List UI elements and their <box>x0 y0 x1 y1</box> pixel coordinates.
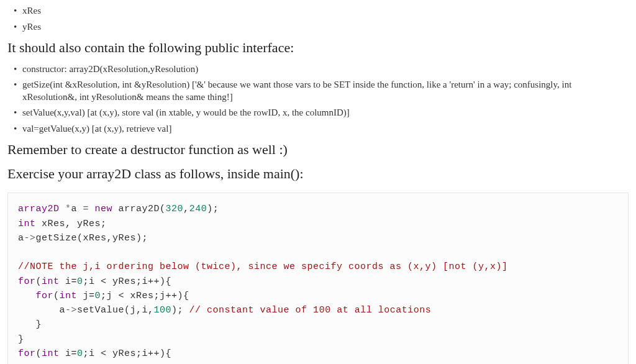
code-token: int <box>42 276 65 287</box>
list-item: getSize(int &xResolution, int &yResoluti… <box>14 79 629 103</box>
list-item: yRes <box>14 21 629 34</box>
code-token: , <box>183 204 189 214</box>
code-token: 0 <box>77 348 83 359</box>
code-token: new <box>95 204 119 214</box>
code-token: ;i < yRes;i++){ <box>83 276 172 287</box>
code-token: 320 <box>166 204 184 214</box>
code-token: setValue(j,i, <box>77 305 154 316</box>
code-token: 0 <box>95 291 101 301</box>
exercise-heading: Exercise your array2D class as follows, … <box>7 165 629 183</box>
code-token: ( <box>53 291 60 301</box>
list-item: xRes <box>14 5 629 17</box>
interface-list: constructor: array2D(xResolution,yResolu… <box>7 63 629 135</box>
code-token: ;j < xRes;j++){ <box>101 291 189 301</box>
code-token: int <box>60 291 83 301</box>
code-token: = <box>83 204 95 214</box>
code-token: ); <box>207 204 219 214</box>
code-comment: //NOTE the j,i ordering below (twice), s… <box>18 262 508 272</box>
code-token: getSize(xRes,yRes); <box>36 233 148 243</box>
code-token: ( <box>36 276 42 287</box>
list-item: val=getValue(x,y) [at (x,y), retrieve va… <box>14 123 629 135</box>
code-token: i= <box>65 348 77 359</box>
code-token: ); <box>171 305 189 316</box>
code-token: xRes, yRes; <box>42 219 107 229</box>
interface-heading: It should also contain the following pub… <box>7 39 629 57</box>
list-item: setValue(x,y,val) [at (x,y), store val (… <box>14 107 629 119</box>
code-token: int <box>18 219 42 229</box>
destructor-heading: Remember to create a destructor function… <box>7 141 629 159</box>
list-item-text: xRes <box>22 6 41 16</box>
list-item-text: getSize(int &xResolution, int &yResoluti… <box>22 80 571 102</box>
code-token: for <box>18 348 36 359</box>
code-token: -> <box>65 305 77 316</box>
code-token: int <box>42 348 65 359</box>
code-token: for <box>18 291 53 301</box>
list-item-text: setValue(x,y,val) [at (x,y), store val (… <box>22 107 350 117</box>
code-token: 240 <box>189 204 207 214</box>
member-var-list: xRes yRes <box>7 5 629 33</box>
code-token: -> <box>24 233 36 243</box>
list-item: constructor: array2D(xResolution,yResolu… <box>14 63 629 76</box>
code-token: ;i < yRes;i++){ <box>83 348 172 359</box>
code-token: for <box>18 276 36 287</box>
code-token: array2D( <box>119 204 166 214</box>
code-token: a <box>18 305 65 316</box>
code-token: 100 <box>154 305 172 316</box>
code-token: a <box>71 204 83 214</box>
list-item-text: yRes <box>22 22 41 32</box>
code-token: j= <box>83 291 95 301</box>
code-token: ( <box>36 348 42 359</box>
code-token: } <box>18 334 24 345</box>
code-token: } <box>18 319 42 330</box>
code-block: array2D *a = new array2D(320,240); int x… <box>7 193 629 364</box>
code-token: * <box>65 204 71 214</box>
code-token: a <box>18 233 24 243</box>
code-token: array2D <box>18 204 65 214</box>
code-token: i= <box>65 276 77 287</box>
list-item-text: constructor: array2D(xResolution,yResolu… <box>22 64 198 74</box>
list-item-text: val=getValue(x,y) [at (x,y), retrieve va… <box>22 124 171 134</box>
code-comment: // constant value of 100 at all location… <box>189 305 432 316</box>
code-token: 0 <box>77 276 83 287</box>
